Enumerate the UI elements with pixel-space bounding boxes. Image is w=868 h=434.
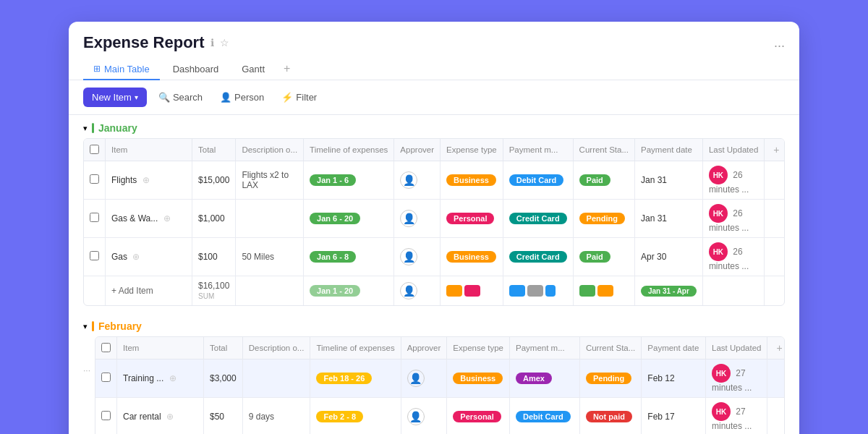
row-add <box>767 359 785 398</box>
approver-avatar: 👤 <box>407 408 425 425</box>
tab-add-button[interactable]: + <box>278 58 296 80</box>
row-approver: 👤 <box>401 359 447 398</box>
row-total: $100 <box>192 238 236 276</box>
more-options[interactable]: ... <box>774 35 785 51</box>
person-label: Person <box>234 92 264 103</box>
th-paydate: Payment date <box>642 337 706 359</box>
february-table: Item Total Description o... Timeline of … <box>95 336 785 434</box>
january-table: Item Total Description o... Timeline of … <box>83 138 785 306</box>
summary-timeline-bar: Jan 1 - 20 <box>310 285 360 297</box>
add-column-button[interactable]: + <box>773 342 785 354</box>
th-payment: Payment m... <box>510 337 580 359</box>
row-expense-type: Personal <box>447 398 510 435</box>
row-payment-method: Credit Card <box>503 238 573 276</box>
row-expense-type: Business <box>441 161 503 200</box>
item-label: Car rental <box>123 412 161 422</box>
add-column-button[interactable]: + <box>770 144 782 156</box>
row-expense-type: Personal <box>441 200 503 238</box>
mini-chip <box>464 285 480 297</box>
payment-method-chip: Amex <box>516 373 552 384</box>
row-checkbox[interactable] <box>90 213 99 222</box>
row-checkbox[interactable] <box>90 174 99 184</box>
add-item-cell[interactable]: + Add Item <box>106 276 192 306</box>
info-icon[interactable]: ℹ <box>210 37 214 48</box>
table-row: Gas & Wa... ⊕ $1,000 Jan 6 - 20 👤 Person… <box>84 200 785 238</box>
add-sub-icon[interactable]: ⊕ <box>132 252 140 262</box>
february-header-row: Item Total Description o... Timeline of … <box>95 337 785 359</box>
check-all[interactable] <box>90 145 99 154</box>
row-check[interactable] <box>84 200 106 238</box>
row-add <box>765 238 785 276</box>
tab-main-table[interactable]: ⊞ Main Table <box>83 59 160 80</box>
mini-chip <box>509 285 525 297</box>
th-add: + <box>767 337 785 359</box>
add-sub-icon[interactable]: ⊕ <box>163 213 171 224</box>
row-payment-method: Credit Card <box>503 200 573 238</box>
avatar: HK <box>709 204 728 223</box>
row-updated: HK 26 minutes ... <box>702 161 764 200</box>
timeline-bar: Jan 6 - 8 <box>310 251 356 263</box>
mini-chips <box>446 285 497 297</box>
approver-avatar: 👤 <box>400 282 417 299</box>
row-check[interactable] <box>84 238 106 276</box>
th-status: Current Sta... <box>579 337 641 359</box>
check-all[interactable] <box>101 343 111 352</box>
row-check[interactable] <box>95 398 117 435</box>
row-timeline: Jan 1 - 6 <box>304 161 394 200</box>
th-desc: Description o... <box>236 139 304 161</box>
tab-gantt[interactable]: Gantt <box>231 59 275 80</box>
header-top: Expense Report ℹ ☆ ... <box>83 33 785 52</box>
mini-chips <box>579 285 629 297</box>
january-header-row: Item Total Description o... Timeline of … <box>84 139 785 161</box>
tab-dashboard[interactable]: Dashboard <box>163 59 229 80</box>
row-payment-date: Jan 31 <box>635 161 703 200</box>
filter-button[interactable]: ⚡ Filter <box>276 88 323 106</box>
row-total: $1,000 <box>192 200 236 238</box>
table-row: Gas ⊕ $100 50 Miles Jan 6 - 8 👤 Business… <box>84 238 785 276</box>
person-icon: 👤 <box>220 92 231 103</box>
add-sub-icon[interactable]: ⊕ <box>169 373 176 383</box>
row-approver: 👤 <box>394 200 441 238</box>
row-timeline: Jan 6 - 20 <box>304 200 394 238</box>
mini-chips <box>509 285 567 297</box>
row-checkbox[interactable] <box>101 373 111 382</box>
dots-side[interactable]: ··· <box>83 336 95 375</box>
row-check[interactable] <box>95 359 117 398</box>
search-icon: 🔍 <box>158 92 170 103</box>
add-sub-icon[interactable]: ⊕ <box>166 412 174 422</box>
group-january-header[interactable]: ▾ January <box>83 122 785 134</box>
row-status: Pending <box>573 200 634 238</box>
search-button[interactable]: 🔍 Search <box>153 88 208 106</box>
add-sub-icon[interactable]: ⊕ <box>142 175 150 185</box>
add-status <box>573 276 634 306</box>
timeline-bar: Feb 2 - 8 <box>316 411 363 422</box>
expense-type-chip: Business <box>453 373 503 384</box>
avatar: HK <box>712 402 731 421</box>
group-february-header[interactable]: ▾ February <box>83 320 785 332</box>
group-january-title: January <box>98 122 137 134</box>
th-check <box>95 337 117 359</box>
th-status: Current Sta... <box>573 139 634 161</box>
status-chip: Paid <box>579 174 610 186</box>
row-updated: HK 26 minutes ... <box>702 200 764 238</box>
add-updated <box>702 276 764 306</box>
new-item-button[interactable]: New Item ▾ <box>83 88 147 107</box>
star-icon[interactable]: ☆ <box>220 37 229 48</box>
add-timeline: Jan 1 - 20 <box>304 276 394 306</box>
row-check[interactable] <box>84 161 106 200</box>
row-checkbox[interactable] <box>101 411 111 420</box>
tab-gantt-label: Gantt <box>242 64 265 75</box>
add-paydate: Jan 31 - Apr <box>635 276 703 306</box>
row-total: $3,000 <box>204 359 243 398</box>
avatar: HK <box>709 166 728 184</box>
approver-avatar: 👤 <box>407 370 425 387</box>
mini-chip <box>579 285 595 297</box>
row-payment-date: Jan 31 <box>635 200 703 238</box>
row-item: Gas & Wa... ⊕ <box>106 200 192 238</box>
row-updated: HK 27 minutes ... <box>706 359 767 398</box>
th-approver: Approver <box>401 337 447 359</box>
add-desc <box>236 276 304 306</box>
row-checkbox[interactable] <box>90 251 99 260</box>
avatar: HK <box>709 242 728 261</box>
person-button[interactable]: 👤 Person <box>214 88 270 106</box>
